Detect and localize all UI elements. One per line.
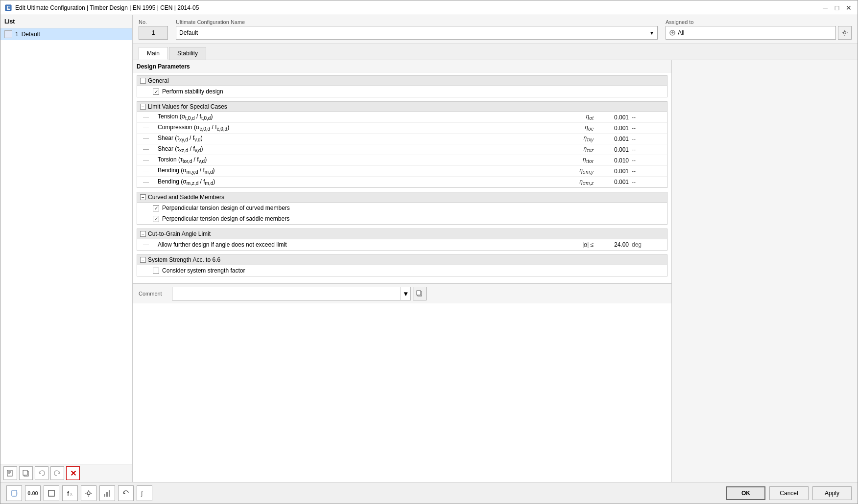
- section-general: − General Perform stability design: [137, 75, 667, 97]
- assigned-panel: [671, 60, 858, 482]
- tab-stability[interactable]: Stability: [169, 47, 206, 60]
- duplicate-button[interactable]: [19, 466, 33, 480]
- comment-section: Comment ▼: [133, 283, 671, 303]
- section-strength-label: System Strength Acc. to 6.6: [148, 256, 220, 263]
- section-limit-rows: Tension (σt,0,d / ft,0,d) ησt 0.001 --: [137, 112, 667, 188]
- bottom-new-button[interactable]: [6, 485, 22, 501]
- svg-point-13: [844, 32, 846, 34]
- title-bar-left: E Edit Ultimate Configuration | Timber D…: [4, 4, 199, 12]
- config-no-value: 1: [152, 29, 155, 36]
- assigned-label: Assigned to: [666, 19, 852, 25]
- comment-input[interactable]: [172, 287, 401, 300]
- stability-checkbox[interactable]: [153, 89, 159, 95]
- assigned-settings-button[interactable]: [838, 26, 852, 40]
- row-torsion: Torsion (τtor,d / fv,d) ητtor 0.010 --: [137, 155, 667, 166]
- section-curved-collapse[interactable]: −: [140, 194, 146, 200]
- list-item[interactable]: 1 Default: [0, 28, 132, 40]
- bottom-gear-button[interactable]: [81, 485, 96, 501]
- list-item-number: 1: [15, 31, 19, 38]
- left-panel: List 1 Default: [0, 15, 133, 482]
- list-item-icon: [4, 30, 12, 38]
- copy-icon: [416, 290, 423, 297]
- config-name-group: Ultimate Configuration Name Default ▼: [176, 19, 658, 40]
- system-strength-checkbox[interactable]: [153, 268, 159, 274]
- no-label: No.: [139, 19, 168, 25]
- title-bar-controls: ─ □ ✕: [820, 3, 854, 13]
- curved-label: Perpendicular tension design of curved m…: [162, 205, 290, 211]
- section-curved-header: − Curved and Saddle Members: [137, 192, 667, 203]
- list-container: 1 Default: [0, 28, 132, 464]
- params-area: Design Parameters − General: [133, 60, 671, 482]
- config-no-group: No. 1: [139, 19, 168, 40]
- cancel-button[interactable]: Cancel: [769, 486, 809, 500]
- list-header: List: [0, 15, 132, 28]
- undo-button[interactable]: [35, 466, 48, 480]
- delete-icon: ✕: [70, 469, 76, 478]
- tab-main-label: Main: [147, 50, 160, 57]
- section-curved-saddle: − Curved and Saddle Members Perpendicula…: [137, 192, 667, 225]
- bottom-chart-button[interactable]: [99, 485, 115, 501]
- footer-buttons: OK Cancel Apply: [726, 486, 852, 500]
- config-name-value: Default: [179, 29, 649, 36]
- section-general-collapse[interactable]: −: [140, 78, 146, 84]
- svg-text:x: x: [70, 491, 72, 497]
- row-bending-y: Bending (σm,y,d / fm,d) ησm,y 0.001 --: [137, 166, 667, 177]
- checkbox-row-system-strength: Consider system strength factor: [137, 265, 667, 276]
- svg-rect-7: [23, 470, 27, 475]
- params-content: − General Perform stability design: [133, 72, 671, 283]
- svg-text:∫: ∫: [141, 490, 143, 497]
- svg-rect-21: [12, 490, 17, 496]
- maximize-button[interactable]: □: [832, 3, 842, 13]
- bottom-function-button[interactable]: fx: [62, 485, 78, 501]
- close-button[interactable]: ✕: [844, 3, 854, 13]
- row-bending-z: Bending (σm,z,d / fm,d) ησm,z 0.001 --: [137, 177, 667, 187]
- section-general-rows: Perform stability design: [137, 86, 667, 97]
- comment-copy-button[interactable]: [413, 287, 427, 300]
- new-config-button[interactable]: [3, 466, 17, 480]
- config-header: No. 1 Ultimate Configuration Name Defaul…: [133, 15, 858, 44]
- section-limit-label: Limit Values for Special Cases: [148, 103, 227, 110]
- saddle-label: Perpendicular tension design of saddle m…: [162, 215, 289, 222]
- stability-label: Perform stability design: [162, 88, 223, 95]
- row-compression: Compression (σc,0,d / fc,0,d) ησc 0.001 …: [137, 123, 667, 134]
- checkbox-row-curved: Perpendicular tension design of curved m…: [137, 203, 667, 213]
- section-strength-rows: Consider system strength factor: [137, 265, 667, 276]
- delete-button[interactable]: ✕: [66, 466, 80, 480]
- section-general-label: General: [148, 77, 169, 84]
- main-window: E Edit Ultimate Configuration | Timber D…: [0, 0, 858, 504]
- minimize-button[interactable]: ─: [820, 3, 830, 13]
- checkbox-row-saddle: Perpendicular tension design of saddle m…: [137, 213, 667, 224]
- row-tension: Tension (σt,0,d / ft,0,d) ησt 0.001 --: [137, 112, 667, 123]
- section-limit-collapse[interactable]: −: [140, 104, 146, 110]
- assigned-input-row: All: [666, 26, 852, 40]
- assigned-value: All: [678, 29, 684, 36]
- section-grain-collapse[interactable]: −: [140, 231, 146, 237]
- ok-button[interactable]: OK: [726, 486, 765, 500]
- row-shear-xz: Shear (τxz,d / fv,d) ητxz 0.001 --: [137, 144, 667, 155]
- curved-checkbox[interactable]: [153, 205, 159, 211]
- bottom-square-button[interactable]: [44, 485, 59, 501]
- left-panel-toolbar: ✕: [0, 464, 132, 482]
- settings-icon: [841, 29, 848, 36]
- section-curved-label: Curved and Saddle Members: [148, 194, 224, 201]
- bottom-toolbar: 0.00 fx ∫: [6, 485, 152, 501]
- svg-text:f: f: [67, 490, 70, 497]
- tab-main[interactable]: Main: [139, 47, 168, 60]
- value-icon: 0.00: [27, 490, 38, 496]
- saddle-checkbox[interactable]: [153, 216, 159, 222]
- title-bar: E Edit Ultimate Configuration | Timber D…: [0, 0, 858, 15]
- bottom-refresh-button[interactable]: [118, 485, 134, 501]
- comment-dropdown-arrow[interactable]: ▼: [401, 287, 410, 300]
- system-strength-label: Consider system strength factor: [162, 267, 245, 274]
- bottom-value-button[interactable]: 0.00: [25, 485, 41, 501]
- comment-dropdown[interactable]: ▼: [172, 287, 411, 300]
- bottom-formula-button[interactable]: ∫: [137, 485, 152, 501]
- section-strength-collapse[interactable]: −: [140, 257, 146, 263]
- section-grain-header: − Cut-to-Grain Angle Limit: [137, 229, 667, 239]
- row-shear-xy: Shear (τxy,d / fv,d) ητxy 0.001 --: [137, 134, 667, 144]
- design-params-header: Design Parameters: [133, 60, 671, 72]
- apply-button[interactable]: Apply: [812, 486, 852, 500]
- design-params-label: Design Parameters: [137, 63, 190, 70]
- redo-button[interactable]: [50, 466, 64, 480]
- config-name-dropdown[interactable]: Default ▼: [176, 26, 658, 40]
